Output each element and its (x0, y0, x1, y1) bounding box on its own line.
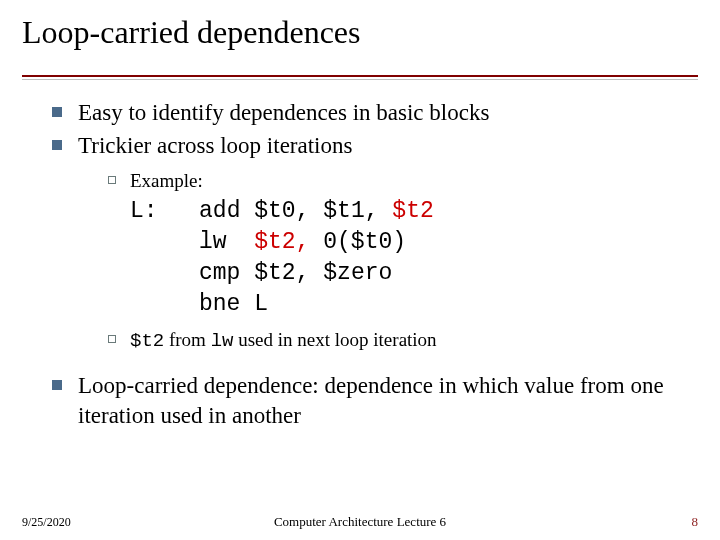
code-op: cmp (199, 260, 240, 286)
code-block: L: add $t0, $t1, $t2 lw $t2, 0($t0) cmp … (130, 196, 698, 320)
text: from (164, 329, 210, 350)
code-arg-highlight: $t2, (254, 229, 309, 255)
sub-bullet-icon (108, 176, 116, 184)
footer-title: Computer Architecture Lecture 6 (22, 514, 698, 530)
code-label: L: (130, 198, 158, 224)
bullet-icon (52, 107, 62, 117)
code-arg: L (254, 291, 268, 317)
bullet-text: Easy to identify dependences in basic bl… (78, 98, 489, 127)
code-op: lw (199, 229, 227, 255)
code-arg: $t2, (254, 260, 309, 286)
code-op: add (199, 198, 240, 224)
code-arg: $t1, (323, 198, 378, 224)
code-arg-highlight: $t2 (392, 198, 433, 224)
title-rule (22, 75, 698, 77)
sub-bullet-item: $t2 from lw used in next loop iteration (108, 328, 698, 354)
bullet-text: Loop-carried dependence: dependence in w… (78, 371, 698, 430)
code-arg: $zero (323, 260, 392, 286)
footer: 9/25/2020 Computer Architecture Lecture … (22, 514, 698, 530)
code-arg: $t0, (254, 198, 309, 224)
bullet-item: Loop-carried dependence: dependence in w… (52, 371, 698, 430)
text: used in next loop iteration (233, 329, 436, 350)
bullet-item: Easy to identify dependences in basic bl… (52, 98, 698, 127)
slide-title: Loop-carried dependences (22, 14, 698, 57)
code-op: bne (199, 291, 240, 317)
sub-bullet-icon (108, 335, 116, 343)
code-arg: 0($t0) (323, 229, 406, 255)
footer-date: 9/25/2020 (22, 515, 71, 530)
footer-page-number: 8 (692, 514, 699, 530)
sub-bullet-text: Example: (130, 169, 203, 194)
bullet-text: Trickier across loop iterations (78, 131, 352, 160)
bullet-icon (52, 140, 62, 150)
bullet-item: Trickier across loop iterations (52, 131, 698, 160)
title-rule-shadow (22, 79, 698, 80)
code-inline: lw (211, 330, 234, 352)
sub-bullet-text: $t2 from lw used in next loop iteration (130, 328, 437, 354)
code-inline: $t2 (130, 330, 164, 352)
sub-bullet-item: Example: (108, 169, 698, 194)
bullet-icon (52, 380, 62, 390)
